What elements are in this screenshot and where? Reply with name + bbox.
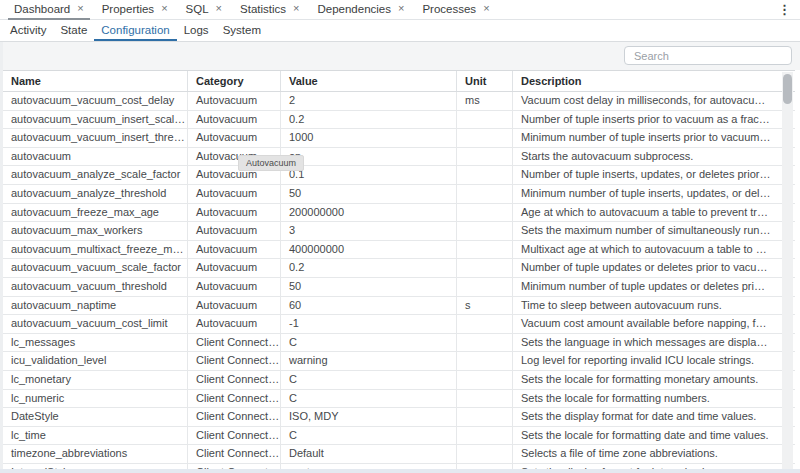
window-tab-label: SQL: [186, 3, 209, 15]
cell-name: autovacuum_naptime: [3, 297, 188, 315]
cell-unit: [457, 445, 513, 463]
cell-name: DateStyle: [3, 408, 188, 426]
cell-unit: [457, 185, 513, 203]
tab-close-icon[interactable]: ×: [216, 3, 222, 14]
cell-description: Sets the display format for date and tim…: [513, 408, 795, 426]
cell-description: Minimum number of tuple inserts, updates…: [513, 185, 795, 203]
cell-name: autovacuum_analyze_scale_factor: [3, 166, 188, 184]
window-tab[interactable]: Dependencies ×: [311, 0, 410, 20]
table-row[interactable]: autovacuum_multixact_freeze_max_age Auto…: [3, 241, 795, 260]
window-tab[interactable]: SQL ×: [180, 0, 228, 20]
window-tab-label: Properties: [102, 3, 154, 15]
cell-description: Vacuum cost delay in milliseconds, for a…: [513, 92, 795, 110]
window-tab-label: Statistics: [240, 3, 286, 15]
scrollbar-thumb[interactable]: [783, 74, 792, 104]
tab-close-icon[interactable]: ×: [77, 3, 83, 14]
cell-description: Minimum number of tuple inserts prior to…: [513, 129, 795, 147]
tab-close-icon[interactable]: ×: [398, 3, 404, 14]
cell-unit: s: [457, 297, 513, 315]
cell-category: Autovacuum: [188, 111, 281, 129]
column-header[interactable]: Unit: [457, 71, 513, 91]
cell-name: timezone_abbreviations: [3, 445, 188, 463]
autovacuum-tooltip: Autovacuum: [238, 155, 304, 171]
column-header[interactable]: Description: [513, 71, 795, 91]
cell-description: Number of tuple inserts, updates, or del…: [513, 166, 795, 184]
window-tab-label: Dependencies: [317, 3, 391, 15]
cell-unit: [457, 222, 513, 240]
cell-category: Client Connection D…: [188, 371, 281, 389]
cell-unit: [457, 166, 513, 184]
cell-description: Sets the maximum number of simultaneousl…: [513, 222, 795, 240]
table-row[interactable]: lc_numeric Client Connection D… C Sets t…: [3, 390, 795, 409]
cell-name: lc_messages: [3, 334, 188, 352]
cell-value: 200000000: [281, 204, 457, 222]
table-row[interactable]: autovacuum_vacuum_scale_factor Autovacuu…: [3, 259, 795, 278]
table-row[interactable]: DateStyle Client Connection D… ISO, MDY …: [3, 408, 795, 427]
table-row[interactable]: autovacuum_analyze_scale_factor Autovacu…: [3, 166, 795, 185]
cell-name: lc_numeric: [3, 390, 188, 408]
cell-category: Client Connection D…: [188, 352, 281, 370]
table-row[interactable]: timezone_abbreviations Client Connection…: [3, 445, 795, 464]
cell-unit: [457, 148, 513, 166]
config-table: NameCategoryValueUnitDescription autovac…: [3, 70, 795, 473]
table-row[interactable]: autovacuum Autovacuum on Starts the auto…: [3, 148, 795, 167]
search-toolbar: [0, 42, 800, 70]
cell-description: Sets the locale for formatting numbers.: [513, 390, 795, 408]
cell-unit: [457, 278, 513, 296]
table-row[interactable]: autovacuum_vacuum_threshold Autovacuum 5…: [3, 278, 795, 297]
cell-unit: ms: [457, 92, 513, 110]
cell-description: Sets the locale for formatting monetary …: [513, 371, 795, 389]
table-row[interactable]: autovacuum_vacuum_insert_threshold Autov…: [3, 129, 795, 148]
cell-category: Autovacuum: [188, 297, 281, 315]
dashboard-subtab[interactable]: Activity: [3, 21, 53, 41]
table-row[interactable]: autovacuum_naptime Autovacuum 60 s Time …: [3, 297, 795, 316]
cell-description: Number of tuple updates or deletes prior…: [513, 259, 795, 277]
cell-description: Minimum number of tuple updates or delet…: [513, 278, 795, 296]
cell-category: Client Connection D…: [188, 390, 281, 408]
dashboard-subtab[interactable]: System: [216, 21, 268, 41]
window-tab[interactable]: Properties ×: [96, 0, 174, 20]
table-row[interactable]: autovacuum_vacuum_cost_delay Autovacuum …: [3, 92, 795, 111]
table-row[interactable]: autovacuum_analyze_threshold Autovacuum …: [3, 185, 795, 204]
tab-close-icon[interactable]: ×: [293, 3, 299, 14]
search-input[interactable]: [624, 46, 792, 65]
column-header[interactable]: Name: [3, 71, 188, 91]
table-row[interactable]: autovacuum_vacuum_insert_scale_factor Au…: [3, 111, 795, 130]
column-header[interactable]: Category: [188, 71, 281, 91]
cell-value: C: [281, 371, 457, 389]
tab-close-icon[interactable]: ×: [483, 3, 489, 14]
dashboard-subtab[interactable]: Configuration: [94, 21, 176, 41]
window-tab[interactable]: Statistics ×: [234, 0, 305, 20]
vertical-scrollbar[interactable]: [782, 72, 793, 473]
cell-unit: [457, 390, 513, 408]
dashboard-subtab[interactable]: Logs: [177, 21, 216, 41]
cell-value: 3: [281, 222, 457, 240]
column-header[interactable]: Value: [281, 71, 457, 91]
tab-close-icon[interactable]: ×: [161, 3, 167, 14]
cell-value: C: [281, 427, 457, 445]
table-row[interactable]: lc_messages Client Connection D… C Sets …: [3, 334, 795, 353]
cell-category: Autovacuum: [188, 315, 281, 333]
dashboard-subtab[interactable]: State: [53, 21, 94, 41]
table-row[interactable]: autovacuum_freeze_max_age Autovacuum 200…: [3, 204, 795, 223]
kebab-menu-icon[interactable]: ⋮: [778, 2, 791, 17]
cell-unit: [457, 241, 513, 259]
table-row[interactable]: icu_validation_level Client Connection D…: [3, 352, 795, 371]
cell-value: 400000000: [281, 241, 457, 259]
table-row[interactable]: autovacuum_max_workers Autovacuum 3 Sets…: [3, 222, 795, 241]
cell-name: autovacuum_vacuum_cost_delay: [3, 92, 188, 110]
table-row[interactable]: lc_time Client Connection D… C Sets the …: [3, 427, 795, 446]
cell-description: Vacuum cost amount available before napp…: [513, 315, 795, 333]
table-body: autovacuum_vacuum_cost_delay Autovacuum …: [3, 92, 795, 473]
cell-value: ISO, MDY: [281, 408, 457, 426]
window-tab[interactable]: Processes ×: [416, 0, 495, 20]
cell-unit: [457, 129, 513, 147]
cell-value: 60: [281, 297, 457, 315]
horizontal-scrollbar[interactable]: [0, 469, 800, 473]
cell-description: Sets the language in which messages are …: [513, 334, 795, 352]
window-tab[interactable]: Dashboard ×: [8, 0, 90, 20]
table-row[interactable]: lc_monetary Client Connection D… C Sets …: [3, 371, 795, 390]
cell-value: C: [281, 334, 457, 352]
table-row[interactable]: autovacuum_vacuum_cost_limit Autovacuum …: [3, 315, 795, 334]
cell-category: Autovacuum: [188, 129, 281, 147]
